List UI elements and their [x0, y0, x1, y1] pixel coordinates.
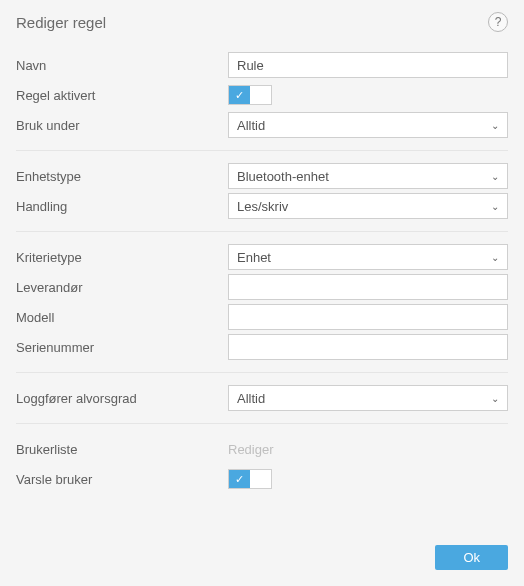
user-list-edit-link: Rediger: [228, 442, 274, 457]
vendor-label: Leverandør: [16, 280, 228, 295]
chevron-down-icon: ⌄: [491, 171, 499, 182]
chevron-down-icon: ⌄: [491, 252, 499, 263]
serial-number-label: Serienummer: [16, 340, 228, 355]
action-select[interactable]: Les/skriv ⌄: [228, 193, 508, 219]
name-label: Navn: [16, 58, 228, 73]
notify-user-label: Varsle bruker: [16, 472, 228, 487]
notify-user-toggle[interactable]: ✓: [228, 469, 272, 489]
use-during-value: Alltid: [237, 118, 265, 133]
divider: [16, 150, 508, 151]
model-input[interactable]: [228, 304, 508, 330]
rule-enabled-toggle[interactable]: ✓: [228, 85, 272, 105]
criteria-type-label: Kriterietype: [16, 250, 228, 265]
user-list-label: Brukerliste: [16, 442, 228, 457]
dialog-header: Rediger regel ?: [0, 0, 524, 44]
name-input[interactable]: [228, 52, 508, 78]
action-value: Les/skriv: [237, 199, 288, 214]
criteria-type-select[interactable]: Enhet ⌄: [228, 244, 508, 270]
use-during-select[interactable]: Alltid ⌄: [228, 112, 508, 138]
chevron-down-icon: ⌄: [491, 201, 499, 212]
help-icon: ?: [495, 15, 502, 29]
model-label: Modell: [16, 310, 228, 325]
criteria-type-value: Enhet: [237, 250, 271, 265]
logging-severity-select[interactable]: Alltid ⌄: [228, 385, 508, 411]
vendor-input[interactable]: [228, 274, 508, 300]
divider: [16, 231, 508, 232]
divider: [16, 423, 508, 424]
check-icon: ✓: [235, 474, 244, 485]
use-during-label: Bruk under: [16, 118, 228, 133]
device-type-select[interactable]: Bluetooth-enhet ⌄: [228, 163, 508, 189]
device-type-value: Bluetooth-enhet: [237, 169, 329, 184]
rule-enabled-label: Regel aktivert: [16, 88, 228, 103]
serial-number-input[interactable]: [228, 334, 508, 360]
chevron-down-icon: ⌄: [491, 120, 499, 131]
device-type-label: Enhetstype: [16, 169, 228, 184]
chevron-down-icon: ⌄: [491, 393, 499, 404]
dialog-footer: Ok: [0, 529, 524, 586]
ok-button[interactable]: Ok: [435, 545, 508, 570]
help-button[interactable]: ?: [488, 12, 508, 32]
logging-severity-label: Loggfører alvorsgrad: [16, 391, 228, 406]
logging-severity-value: Alltid: [237, 391, 265, 406]
check-icon: ✓: [235, 90, 244, 101]
dialog-title: Rediger regel: [16, 14, 106, 31]
action-label: Handling: [16, 199, 228, 214]
divider: [16, 372, 508, 373]
